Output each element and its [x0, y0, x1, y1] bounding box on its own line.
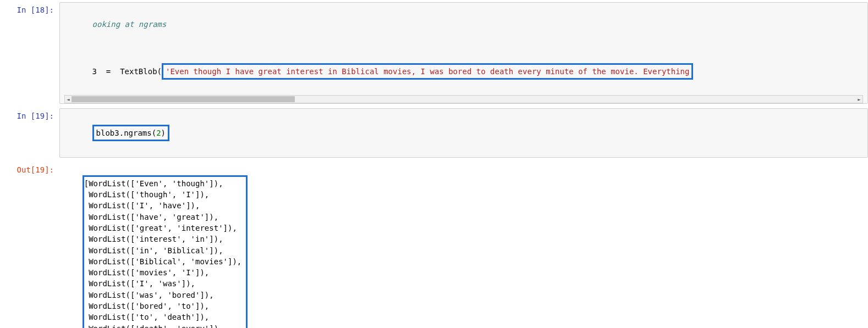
in-prompt-19: In [19]: [0, 108, 59, 124]
out-prompt-19: Out[19]: [0, 162, 59, 177]
in-prompt-18: In [18]: [0, 2, 59, 18]
output-line: WordList(['was', 'bored']), [84, 290, 242, 301]
comment-text: ooking at ngrams [92, 20, 167, 29]
output-line: WordList(['I', 'was']), [84, 278, 242, 289]
output-line: WordList(['bored', 'to']), [84, 301, 242, 312]
code-cell-19: In [19]: blob3.ngrams(2) [0, 108, 868, 157]
horizontal-scrollbar[interactable]: ◄ ► [64, 95, 863, 103]
input-area-18[interactable]: ooking at ngrams 3 = TextBlob('Even thou… [59, 2, 868, 104]
output-cell-19: Out[19]: [WordList(['Even', 'though']), … [0, 162, 868, 328]
code-fragment: 3 = TextBlob( [92, 67, 162, 76]
scroll-thumb[interactable] [72, 96, 295, 102]
string-literal-highlighted: 'Even though I have great interest in Bi… [162, 63, 693, 80]
code-call-prefix: blob3.ngrams( [96, 129, 157, 137]
code-call-highlighted: blob3.ngrams(2) [92, 125, 169, 141]
code-cell-18: In [18]: ooking at ngrams 3 = TextBlob('… [0, 2, 868, 104]
output-line: [WordList(['Even', 'though']), [84, 178, 242, 189]
input-area-19[interactable]: blob3.ngrams(2) [59, 108, 868, 157]
output-line: WordList(['in', 'Biblical']), [84, 245, 242, 256]
code-call-suffix: ) [161, 129, 166, 137]
output-line: WordList(['Biblical', 'movies']), [84, 256, 242, 267]
scroll-left-arrow-icon[interactable]: ◄ [65, 96, 72, 103]
scroll-right-arrow-icon[interactable]: ► [856, 96, 862, 103]
output-line: WordList(['have', 'great']), [84, 212, 242, 223]
code-call-arg: 2 [156, 129, 161, 137]
output-line: WordList(['movies', 'I']), [84, 267, 242, 278]
output-line: WordList(['I', 'have']), [84, 200, 242, 211]
output-highlighted: [WordList(['Even', 'though']), WordList(… [83, 175, 248, 328]
output-area-19: [WordList(['Even', 'though']), WordList(… [59, 162, 868, 328]
output-line: WordList(['death', 'every']), [84, 323, 242, 328]
output-line: WordList(['great', 'interest']), [84, 223, 242, 234]
output-line: WordList(['to', 'death']), [84, 312, 242, 323]
output-line: WordList(['interest', 'in']), [84, 234, 242, 244]
output-line: WordList(['though', 'I']), [84, 189, 242, 200]
